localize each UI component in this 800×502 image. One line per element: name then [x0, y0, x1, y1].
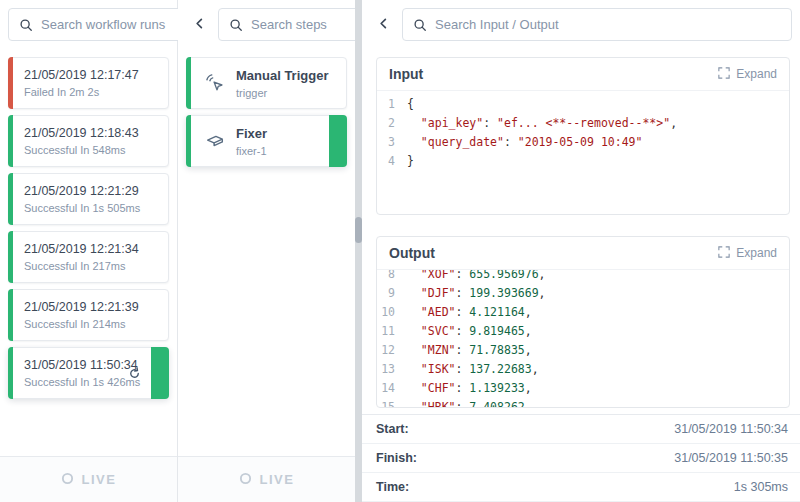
code-line: 1{	[377, 95, 789, 114]
input-section-title: Input	[389, 66, 423, 82]
output-code-block[interactable]: 8 "XOF": 655.956976,9 "DJF": 199.393669,…	[377, 270, 789, 407]
code-line: 9 "DJF": 199.393669,	[377, 284, 789, 303]
io-back-button[interactable]	[370, 9, 396, 41]
code-line: 2 "api_key": "ef... <**--removed--**>",	[377, 114, 789, 133]
run-card-text: 21/05/2019 12:21:39Successful In 214ms	[24, 300, 139, 330]
workflow-run-card[interactable]: 21/05/2019 12:17:47Failed In 2m 2s	[8, 57, 169, 109]
run-status-text: Successful In 1s 505ms	[24, 202, 140, 214]
input-output-panel: Input Expand 1{2 "api_key": "ef... <**--…	[362, 0, 800, 502]
code-text: "AED": 4.121164,	[407, 303, 532, 322]
run-status-text: Successful In 548ms	[24, 144, 139, 156]
code-text: "XOF": 655.956976,	[407, 270, 546, 284]
live-label: LIVE	[82, 472, 117, 487]
line-number: 3	[377, 133, 407, 152]
code-line: 10 "AED": 4.121164,	[377, 303, 789, 322]
workflow-step-card[interactable]: Manual Triggertrigger	[186, 57, 347, 109]
code-text: {	[407, 95, 414, 114]
output-section-header: Output Expand	[377, 237, 789, 270]
meta-label: Time:	[376, 480, 409, 494]
code-text: "CHF": 1.139233,	[407, 379, 532, 398]
code-line: 13 "ISK": 137.22683,	[377, 360, 789, 379]
code-line: 12 "MZN": 71.78835,	[377, 341, 789, 360]
search-icon	[19, 18, 33, 32]
run-meta: Start:31/05/2019 11:50:34Finish:31/05/20…	[362, 414, 800, 502]
workflow-runs-panel: 21/05/2019 12:17:47Failed In 2m 2s21/05/…	[0, 0, 178, 502]
code-line: 4}	[377, 152, 789, 171]
step-card-text: Fixerfixer-1	[236, 126, 267, 157]
io-panel-header	[362, 0, 800, 49]
meta-label: Finish:	[376, 451, 417, 465]
meta-row: Finish:31/05/2019 11:50:35	[362, 444, 800, 473]
input-section: Input Expand 1{2 "api_key": "ef... <**--…	[376, 57, 790, 215]
input-section-header: Input Expand	[377, 58, 789, 91]
step-subtitle: trigger	[236, 87, 328, 99]
run-status-text: Successful In 1s 426ms	[24, 376, 140, 388]
line-number: 10	[377, 303, 407, 322]
code-text: "ISK": 137.22683,	[407, 360, 539, 379]
run-card-text: 21/05/2019 12:18:43Successful In 548ms	[24, 126, 139, 156]
step-subtitle: fixer-1	[236, 145, 267, 157]
run-timestamp: 21/05/2019 12:21:39	[24, 300, 139, 314]
code-line: 3 "query_date": "2019-05-09 10:49"	[377, 133, 789, 152]
chevron-left-icon	[376, 16, 391, 34]
expand-icon	[718, 246, 730, 261]
meta-value: 31/05/2019 11:50:35	[674, 451, 788, 465]
runs-list: 21/05/2019 12:17:47Failed In 2m 2s21/05/…	[0, 49, 177, 456]
run-status-text: Successful In 214ms	[24, 318, 139, 330]
code-text: }	[407, 152, 414, 171]
manual-trigger-icon	[202, 70, 228, 96]
workflow-steps-panel: Manual TriggertriggerFixerfixer-1 LIVE	[178, 0, 355, 502]
workflow-run-card[interactable]: 21/05/2019 12:18:43Successful In 548ms	[8, 115, 169, 167]
workflow-run-card[interactable]: 31/05/2019 11:50:34Successful In 1s 426m…	[8, 347, 169, 399]
line-number: 9	[377, 284, 407, 303]
retry-run-button[interactable]	[124, 363, 144, 383]
run-card-text: 21/05/2019 12:17:47Failed In 2m 2s	[24, 68, 139, 98]
retry-icon	[127, 366, 142, 381]
code-text: "MZN": 71.78835,	[407, 341, 532, 360]
splitter-handle[interactable]	[355, 217, 362, 243]
input-expand-button[interactable]: Expand	[718, 67, 777, 82]
steps-back-button[interactable]	[186, 9, 212, 41]
run-status-text: Successful In 217ms	[24, 260, 139, 272]
expand-icon	[718, 67, 730, 82]
line-number: 8	[377, 270, 407, 284]
run-timestamp: 21/05/2019 12:18:43	[24, 126, 139, 140]
workflow-run-card[interactable]: 21/05/2019 12:21:39Successful In 214ms	[8, 289, 169, 341]
input-code-block[interactable]: 1{2 "api_key": "ef... <**--removed--**>"…	[377, 91, 789, 171]
line-number: 14	[377, 379, 407, 398]
workflow-run-card[interactable]: 21/05/2019 12:21:29Successful In 1s 505m…	[8, 173, 169, 225]
meta-value: 31/05/2019 11:50:34	[674, 422, 788, 436]
expand-label: Expand	[736, 67, 777, 81]
live-status-icon	[61, 472, 74, 488]
code-line: 14 "CHF": 1.139233,	[377, 379, 789, 398]
run-status-text: Failed In 2m 2s	[24, 86, 139, 98]
line-number: 12	[377, 341, 407, 360]
app-root: 21/05/2019 12:17:47Failed In 2m 2s21/05/…	[0, 0, 800, 502]
run-timestamp: 21/05/2019 12:17:47	[24, 68, 139, 82]
runs-panel-header	[0, 0, 177, 49]
code-line: 8 "XOF": 655.956976,	[377, 270, 789, 284]
run-card-text: 21/05/2019 12:21:34Successful In 217ms	[24, 242, 139, 272]
panel-splitter[interactable]	[355, 0, 362, 502]
workflow-step-card[interactable]: Fixerfixer-1	[186, 115, 347, 167]
steps-live-toggle[interactable]: LIVE	[178, 456, 355, 502]
step-title: Fixer	[236, 126, 267, 141]
run-timestamp: 31/05/2019 11:50:34	[24, 358, 140, 372]
output-expand-button[interactable]: Expand	[718, 246, 777, 261]
code-text: "query_date": "2019-05-09 10:49"	[407, 133, 642, 152]
fixer-icon	[202, 128, 228, 154]
code-text: "HRK": 7.408262,	[407, 398, 532, 407]
search-io-input[interactable]	[435, 17, 781, 32]
code-text: "api_key": "ef... <**--removed--**>",	[407, 114, 677, 133]
line-number: 13	[377, 360, 407, 379]
meta-row: Time:1s 305ms	[362, 473, 800, 502]
code-line: 11 "SVC": 9.819465,	[377, 322, 789, 341]
chevron-left-icon	[192, 16, 207, 34]
line-number: 1	[377, 95, 407, 114]
runs-live-toggle[interactable]: LIVE	[0, 456, 177, 502]
code-text: "DJF": 199.393669,	[407, 284, 546, 303]
output-section-title: Output	[389, 245, 435, 261]
workflow-run-card[interactable]: 21/05/2019 12:21:34Successful In 217ms	[8, 231, 169, 283]
meta-label: Start:	[376, 422, 409, 436]
steps-panel-header	[178, 0, 355, 49]
